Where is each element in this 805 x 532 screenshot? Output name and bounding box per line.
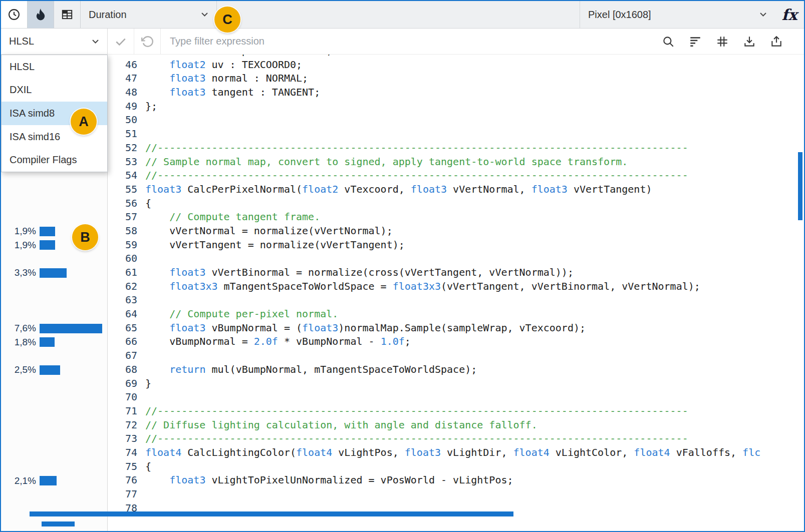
- code-line-73: 73//------------------------------------…: [108, 432, 804, 446]
- code-text: // Sample normal map, convert to signed,…: [145, 155, 628, 169]
- undo-filter-button[interactable]: [134, 29, 161, 54]
- code-text: //--------------------------------------…: [145, 432, 688, 446]
- profile-bar: [40, 227, 55, 236]
- export-button[interactable]: [763, 29, 790, 54]
- code-text: };: [145, 100, 157, 114]
- code-text: float3x3 mTangentSpaceToWorldSpace = flo…: [145, 280, 700, 294]
- download-button[interactable]: [736, 29, 763, 54]
- line-number: 73: [108, 432, 145, 446]
- code-line-68: 68 return mul(vBumpNormal, mTangentSpace…: [108, 363, 804, 377]
- code-text: vVertTangent = normalize(vVertTangent);: [145, 238, 405, 252]
- code-line-50: 50: [108, 113, 804, 127]
- line-number: 47: [108, 72, 145, 86]
- profile-bar: [40, 337, 55, 347]
- hotspots-view-button[interactable]: [28, 1, 54, 28]
- profile-percent-label: 1,9%: [1, 226, 36, 237]
- code-text: {: [145, 460, 151, 474]
- code-text: return mul(vBumpNormal, mTangentSpaceToW…: [145, 363, 477, 377]
- code-text: //--------------------------------------…: [145, 404, 688, 418]
- profile-bar: [40, 476, 57, 485]
- line-number: 61: [108, 266, 145, 280]
- apply-filter-button[interactable]: [108, 29, 134, 54]
- grid-view-button[interactable]: [709, 29, 736, 54]
- profile-bar: [40, 365, 60, 375]
- line-number: 71: [108, 404, 145, 418]
- menu-item-dxil[interactable]: DXIL: [2, 79, 107, 102]
- registers-view-button[interactable]: [54, 1, 81, 28]
- line-number: 46: [108, 58, 145, 72]
- shader-view-dropdown[interactable]: HLSL: [1, 29, 108, 54]
- code-text: float3 vBumpNormal = (float3)normalMap.S…: [145, 321, 586, 335]
- code-line-51: 51: [108, 127, 804, 141]
- menu-item-hlsl[interactable]: HLSL: [2, 55, 107, 79]
- line-number: 55: [108, 183, 145, 197]
- profile-bar: [40, 324, 102, 333]
- line-number: 75: [108, 460, 145, 474]
- line-number: 59: [108, 238, 145, 252]
- line-number: 67: [108, 349, 145, 363]
- registers-table-icon: [61, 8, 74, 21]
- chevron-down-icon: [92, 39, 99, 44]
- code-text: // Compute per-pixel normal.: [145, 307, 338, 321]
- code-text: float3 tangent : TANGENT;: [145, 86, 320, 100]
- code-line-47: 47 float3 normal : NORMAL;: [108, 72, 804, 86]
- vertical-scrollbar-thumb[interactable]: [798, 152, 802, 220]
- code-line-55: 55float3 CalcPerPixelNormal(float2 vTexc…: [108, 183, 804, 197]
- horizontal-scrollbar-thumb[interactable]: [30, 511, 513, 516]
- code-text: float3 vVertBinormal = normalize(cross(v…: [145, 266, 574, 280]
- code-line-61: 61 float3 vVertBinormal = normalize(cros…: [108, 266, 804, 280]
- profile-percent-label: 3,3%: [1, 267, 36, 278]
- shader-view-value: HLSL: [9, 36, 34, 47]
- profile-percent-label: 2,5%: [1, 364, 36, 375]
- line-number: 62: [108, 280, 145, 294]
- pixel-selector-dropdown[interactable]: Pixel [0x1608]: [580, 1, 775, 28]
- code-line-77: 77: [108, 487, 804, 501]
- profile-bar: [40, 240, 55, 250]
- code-text: // Compute tangent frame.: [145, 210, 320, 224]
- code-editor[interactable]: 45 float4 worldpos : POSITION;46 float2 …: [108, 55, 804, 531]
- profile-percent-label: 1,8%: [1, 337, 36, 348]
- line-number: 66: [108, 335, 145, 349]
- line-number: 53: [108, 155, 145, 169]
- code-line-49: 49};: [108, 100, 804, 114]
- line-number: 58: [108, 224, 145, 238]
- line-number: 70: [108, 390, 145, 404]
- annotation-badge-c: C: [214, 7, 240, 33]
- search-button[interactable]: [655, 29, 682, 54]
- hotspots-flame-icon: [35, 8, 46, 21]
- code-line-76: 76 float3 vLightToPixelUnNormalized = vP…: [108, 473, 804, 487]
- duration-dropdown[interactable]: Duration: [81, 1, 217, 28]
- line-number: 50: [108, 113, 145, 127]
- code-line-52: 52//------------------------------------…: [108, 141, 804, 155]
- history-view-button[interactable]: [1, 1, 28, 28]
- chevron-down-icon: [201, 12, 208, 17]
- line-number: 49: [108, 100, 145, 114]
- line-number: 74: [108, 446, 145, 460]
- line-number: 60: [108, 252, 145, 266]
- code-line-67: 67: [108, 349, 804, 363]
- profile-row-line-65: 7,6%: [1, 321, 107, 335]
- line-number: 54: [108, 169, 145, 183]
- code-line-65: 65 float3 vBumpNormal = (float3)normalMa…: [108, 321, 804, 335]
- fx-function-button[interactable]: fx: [775, 1, 804, 28]
- profile-row-line-61: 3,3%: [1, 266, 107, 280]
- panel-horizontal-scrollbar-thumb[interactable]: [42, 521, 75, 526]
- line-number: 52: [108, 141, 145, 155]
- code-text: float4 CalcLightingColor(float4 vLightPo…: [145, 446, 760, 460]
- code-text: // Diffuse lighting calculation, with an…: [145, 418, 538, 432]
- line-number: 76: [108, 473, 145, 487]
- shader-profiler-window: Duration Pixel [0x1608] fx HLSL: [0, 0, 805, 532]
- code-line-62: 62 float3x3 mTangentSpaceToWorldSpace = …: [108, 280, 804, 294]
- code-line-53: 53// Sample normal map, convert to signe…: [108, 155, 804, 169]
- top-toolbar: Duration Pixel [0x1608] fx: [1, 1, 804, 29]
- filter-bar: HLSL: [1, 29, 804, 55]
- code-text: vBumpNormal = 2.0f * vBumpNormal - 1.0f;: [145, 335, 411, 349]
- profile-row-line-68: 2,5%: [1, 363, 107, 377]
- code-text: {: [145, 197, 151, 211]
- menu-item-compiler-flags[interactable]: Compiler Flags: [2, 148, 107, 172]
- filter-expression-input[interactable]: [161, 29, 655, 54]
- history-clock-icon: [7, 8, 21, 22]
- line-summary-button[interactable]: [682, 29, 709, 54]
- code-line-46: 46 float2 uv : TEXCOORD0;: [108, 58, 804, 72]
- code-text: float3 vLightToPixelUnNormalized = vPosW…: [145, 473, 513, 487]
